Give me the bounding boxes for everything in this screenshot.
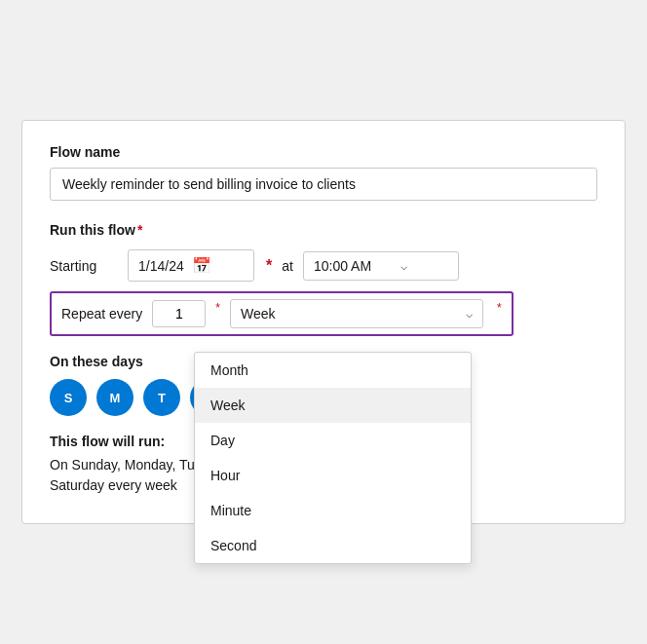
repeat-unit-value: Week bbox=[241, 306, 466, 322]
date-input[interactable]: 1/14/24 📅 bbox=[128, 249, 254, 282]
dropdown-item-second[interactable]: Second bbox=[195, 528, 471, 563]
repeat-every-label: Repeat every bbox=[61, 306, 142, 322]
calendar-icon: 📅 bbox=[192, 256, 211, 275]
starting-label: Starting bbox=[50, 258, 118, 274]
day-sunday[interactable]: S bbox=[50, 379, 87, 416]
dropdown-item-day[interactable]: Day bbox=[195, 423, 471, 458]
dropdown-item-hour[interactable]: Hour bbox=[195, 458, 471, 493]
repeat-unit-dropdown[interactable]: Week ⌵ bbox=[230, 299, 483, 328]
time-chevron-icon: ⌵ bbox=[400, 259, 407, 273]
time-dropdown[interactable]: 10:00 AM ⌵ bbox=[303, 251, 459, 281]
date-required-star: * bbox=[266, 257, 272, 275]
starting-row: Starting 1/14/24 📅 * at 10:00 AM ⌵ bbox=[50, 249, 597, 282]
repeat-every-row: Repeat every * Week ⌵ * bbox=[50, 291, 514, 336]
flow-card: Flow name Run this flow* Starting 1/14/2… bbox=[21, 120, 626, 524]
dropdown-item-week[interactable]: Week bbox=[195, 388, 471, 423]
repeat-number-star: * bbox=[215, 301, 220, 315]
time-value: 10:00 AM bbox=[314, 258, 371, 274]
dropdown-item-minute[interactable]: Minute bbox=[195, 493, 471, 528]
at-label: at bbox=[282, 258, 293, 274]
repeat-unit-dropdown-menu: Month Week Day Hour Minute Second bbox=[194, 352, 472, 564]
dropdown-item-month[interactable]: Month bbox=[195, 353, 471, 388]
date-value: 1/14/24 bbox=[138, 258, 184, 274]
repeat-unit-star: * bbox=[497, 301, 502, 315]
flow-name-label: Flow name bbox=[50, 144, 597, 160]
day-tuesday[interactable]: T bbox=[143, 379, 180, 416]
day-monday[interactable]: M bbox=[96, 379, 133, 416]
repeat-number-input[interactable] bbox=[152, 300, 206, 327]
repeat-unit-chevron-icon: ⌵ bbox=[466, 307, 473, 321]
run-this-flow-label: Run this flow* bbox=[50, 222, 597, 238]
flow-name-input[interactable] bbox=[50, 168, 597, 201]
